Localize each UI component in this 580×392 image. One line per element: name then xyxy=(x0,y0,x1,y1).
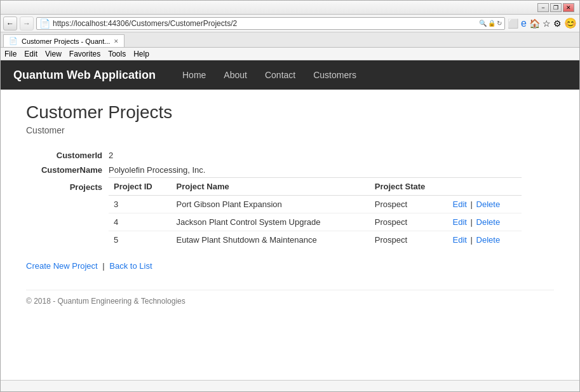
create-project-link[interactable]: Create New Project xyxy=(26,261,98,271)
projects-tbody: 3 Port Gibson Plant Expansion Prospect E… xyxy=(109,196,522,249)
menu-edit[interactable]: Edit xyxy=(24,50,37,58)
status-bar xyxy=(1,380,579,391)
col-project-id: Project ID xyxy=(109,178,172,196)
projects-thead: Project ID Project Name Project State xyxy=(109,178,522,196)
nav-customers[interactable]: Customers xyxy=(306,65,364,85)
project-name-cell: Eutaw Plant Shutdown & Maintenance xyxy=(172,231,370,249)
close-button[interactable]: ✕ xyxy=(563,3,574,12)
address-bar-container: 📄 🔍 🔒 ↻ xyxy=(36,17,505,30)
page-icon: 📄 xyxy=(39,18,50,29)
customer-name-value: Polyolefin Processing, Inc. xyxy=(109,163,522,177)
delete-link-2[interactable]: Delete xyxy=(476,235,501,245)
project-actions-cell: Edit | Delete xyxy=(448,231,522,249)
customer-id-value: 2 xyxy=(109,148,522,163)
table-row: 4 Jackson Plant Control System Upgrade P… xyxy=(109,213,522,231)
home-icon: 🏠 xyxy=(529,18,540,29)
nav-home[interactable]: Home xyxy=(175,65,213,85)
menu-tools[interactable]: Tools xyxy=(108,50,126,58)
main-content: Customer Projects Customer CustomerId 2 … xyxy=(1,90,579,318)
address-actions: 🔍 🔒 ↻ xyxy=(479,20,502,27)
project-state-cell: Prospect xyxy=(370,196,448,213)
project-state-cell: Prospect xyxy=(370,231,448,249)
footer-links: Create New Project | Back to List xyxy=(26,261,554,271)
nav-contact[interactable]: Contact xyxy=(257,65,303,85)
project-actions-cell: Edit | Delete xyxy=(448,196,522,213)
star-icon: ☆ xyxy=(543,18,551,29)
back-button[interactable]: ← xyxy=(3,17,17,30)
customer-id-row: CustomerId 2 xyxy=(26,148,522,163)
edit-link-0[interactable]: Edit xyxy=(453,199,467,209)
menu-view[interactable]: View xyxy=(45,50,62,58)
col-project-state: Project State xyxy=(370,178,448,196)
project-id-cell: 4 xyxy=(109,213,172,231)
forward-button[interactable]: → xyxy=(20,17,34,30)
edit-link-1[interactable]: Edit xyxy=(453,217,467,227)
projects-label: Projects xyxy=(26,177,109,248)
footer-sep: | xyxy=(102,261,104,271)
tab-bar: 📄 Customer Projects - Quant... ✕ xyxy=(1,32,579,48)
refresh-icon: ↻ xyxy=(497,20,502,27)
table-row: 5 Eutaw Plant Shutdown & Maintenance Pro… xyxy=(109,231,522,249)
app-navbar: Quantum Web Application Home About Conta… xyxy=(1,60,579,90)
menu-help[interactable]: Help xyxy=(133,50,149,58)
settings-icon: ⚙ xyxy=(553,18,562,29)
restore-button[interactable]: ❐ xyxy=(550,3,562,12)
customer-name-label: CustomerName xyxy=(26,163,109,177)
app-wrapper: Quantum Web Application Home About Conta… xyxy=(1,60,579,380)
customer-id-label: CustomerId xyxy=(26,148,109,163)
projects-cell: Project ID Project Name Project State 3 … xyxy=(109,177,522,248)
title-bar: − ❐ ✕ xyxy=(1,1,579,15)
ie-icons: ⬜ e 🏠 ☆ ⚙ 😊 xyxy=(508,17,577,29)
customer-name-row: CustomerName Polyolefin Processing, Inc. xyxy=(26,163,522,177)
project-id-cell: 5 xyxy=(109,231,172,249)
delete-link-1[interactable]: Delete xyxy=(476,217,501,227)
project-state-cell: Prospect xyxy=(370,213,448,231)
ie-logo: e xyxy=(521,18,527,29)
tab-new-icon: ⬜ xyxy=(508,18,518,29)
detail-table: CustomerId 2 CustomerName Polyolefin Pro… xyxy=(26,148,522,248)
address-input[interactable] xyxy=(53,19,476,28)
project-name-cell: Jackson Plant Control System Upgrade xyxy=(172,213,370,231)
project-name-cell: Port Gibson Plant Expansion xyxy=(172,196,370,213)
app-brand: Quantum Web Application xyxy=(13,69,156,82)
projects-header-row: Project ID Project Name Project State xyxy=(109,178,522,196)
browser-toolbar: ← → 📄 🔍 🔒 ↻ ⬜ e 🏠 ☆ ⚙ 😊 xyxy=(1,15,579,32)
page-subtitle: Customer xyxy=(26,125,554,135)
project-id-cell: 3 xyxy=(109,196,172,213)
table-row: 3 Port Gibson Plant Expansion Prospect E… xyxy=(109,196,522,213)
delete-link-0[interactable]: Delete xyxy=(476,199,501,209)
page-footer: © 2018 - Quantum Engineering & Technolog… xyxy=(26,290,554,306)
tab-title: Customer Projects - Quant... xyxy=(22,37,110,45)
active-tab[interactable]: 📄 Customer Projects - Quant... ✕ xyxy=(3,34,125,47)
lock-icon: 🔒 xyxy=(488,20,496,27)
col-actions xyxy=(448,178,522,196)
menu-bar: File Edit View Favorites Tools Help xyxy=(1,48,579,60)
nav-about[interactable]: About xyxy=(216,65,255,85)
back-to-list-link[interactable]: Back to List xyxy=(109,261,152,271)
nav-links: Home About Contact Customers xyxy=(175,65,364,85)
browser-window: − ❐ ✕ ← → 📄 🔍 🔒 ↻ ⬜ e 🏠 ☆ ⚙ 😊 📄 xyxy=(0,0,580,392)
menu-favorites[interactable]: Favorites xyxy=(69,50,100,58)
copyright-text: © 2018 - Quantum Engineering & Technolog… xyxy=(26,297,185,306)
col-project-name: Project Name xyxy=(172,178,370,196)
tab-favicon: 📄 xyxy=(9,37,18,45)
tab-close-button[interactable]: ✕ xyxy=(114,38,119,44)
projects-row: Projects Project ID Project Name Project… xyxy=(26,177,522,248)
smiley-icon: 😊 xyxy=(564,17,577,29)
edit-link-2[interactable]: Edit xyxy=(453,235,467,245)
menu-file[interactable]: File xyxy=(4,50,17,58)
page-title: Customer Projects xyxy=(26,102,554,123)
minimize-button[interactable]: − xyxy=(537,3,549,12)
projects-table: Project ID Project Name Project State 3 … xyxy=(109,177,522,248)
customer-details: CustomerId 2 CustomerName Polyolefin Pro… xyxy=(26,148,554,248)
project-actions-cell: Edit | Delete xyxy=(448,213,522,231)
search-icon: 🔍 xyxy=(479,20,487,27)
